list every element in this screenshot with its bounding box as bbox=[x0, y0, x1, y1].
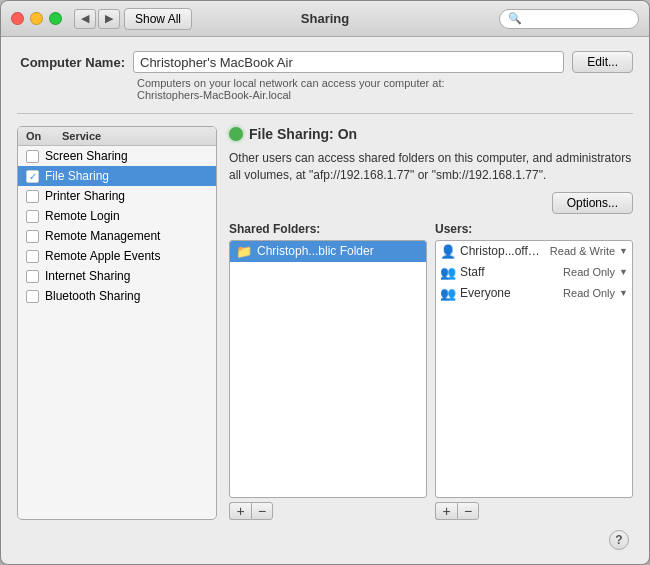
service-name-remote-apple-events: Remote Apple Events bbox=[45, 249, 160, 263]
computer-name-sub: Computers on your local network can acce… bbox=[137, 77, 633, 101]
window-title: Sharing bbox=[301, 11, 349, 26]
forward-button[interactable]: ▶ bbox=[98, 9, 120, 29]
options-button[interactable]: Options... bbox=[552, 192, 633, 214]
folder-name: Christoph...blic Folder bbox=[257, 244, 374, 258]
service-item-file-sharing[interactable]: ✓ File Sharing bbox=[18, 166, 216, 186]
service-name-file-sharing: File Sharing bbox=[45, 169, 109, 183]
checkbox-printer-sharing[interactable] bbox=[26, 190, 39, 203]
folders-list[interactable]: 📁 Christoph...blic Folder bbox=[229, 240, 427, 498]
users-label: Users: bbox=[435, 222, 633, 236]
users-section: Users: 👤 Christop...offman Read & Write … bbox=[435, 222, 633, 520]
services-header: On Service bbox=[18, 127, 216, 146]
add-user-button[interactable]: + bbox=[435, 502, 457, 520]
checkbox-file-sharing[interactable]: ✓ bbox=[26, 170, 39, 183]
service-item-remote-management[interactable]: Remote Management bbox=[18, 226, 216, 246]
detail-status: File Sharing: On bbox=[229, 126, 633, 142]
col-on-label: On bbox=[26, 130, 62, 142]
computer-name-section: Computer Name: Edit... Computers on your… bbox=[17, 51, 633, 101]
edit-button[interactable]: Edit... bbox=[572, 51, 633, 73]
service-item-printer-sharing[interactable]: Printer Sharing bbox=[18, 186, 216, 206]
detail-description: Other users can access shared folders on… bbox=[229, 150, 633, 184]
user-icon-christoph: 👤 bbox=[440, 244, 456, 259]
folders-label: Shared Folders: bbox=[229, 222, 427, 236]
add-folder-button[interactable]: + bbox=[229, 502, 251, 520]
checkbox-remote-login[interactable] bbox=[26, 210, 39, 223]
user-item-staff[interactable]: 👥 Staff Read Only ▼ bbox=[436, 262, 632, 283]
folders-users: Shared Folders: 📁 Christoph...blic Folde… bbox=[229, 222, 633, 520]
help-row: ? bbox=[17, 530, 633, 550]
user-item-everyone[interactable]: 👥 Everyone Read Only ▼ bbox=[436, 283, 632, 304]
main-panel: On Service Screen Sharing ✓ File Sharing… bbox=[17, 126, 633, 520]
user-perm-christoph: Read & Write bbox=[550, 245, 615, 257]
service-name-remote-management: Remote Management bbox=[45, 229, 160, 243]
user-perm-staff: Read Only bbox=[563, 266, 615, 278]
maximize-button[interactable] bbox=[49, 12, 62, 25]
checkbox-screen-sharing[interactable] bbox=[26, 150, 39, 163]
divider bbox=[17, 113, 633, 114]
help-button[interactable]: ? bbox=[609, 530, 629, 550]
detail-panel: File Sharing: On Other users can access … bbox=[229, 126, 633, 520]
service-item-internet-sharing[interactable]: Internet Sharing bbox=[18, 266, 216, 286]
service-name-remote-login: Remote Login bbox=[45, 209, 120, 223]
service-item-remote-login[interactable]: Remote Login bbox=[18, 206, 216, 226]
content-area: Computer Name: Edit... Computers on your… bbox=[1, 37, 649, 564]
checkbox-bluetooth-sharing[interactable] bbox=[26, 290, 39, 303]
users-add-remove-bar: + − bbox=[435, 502, 633, 520]
perm-chevron-staff[interactable]: ▼ bbox=[619, 267, 628, 277]
folders-users-wrapper: Shared Folders: 📁 Christoph...blic Folde… bbox=[229, 222, 633, 520]
user-perm-everyone: Read Only bbox=[563, 287, 615, 299]
service-name-screen-sharing: Screen Sharing bbox=[45, 149, 128, 163]
close-button[interactable] bbox=[11, 12, 24, 25]
show-all-button[interactable]: Show All bbox=[124, 8, 192, 30]
service-item-bluetooth-sharing[interactable]: Bluetooth Sharing bbox=[18, 286, 216, 306]
service-item-screen-sharing[interactable]: Screen Sharing bbox=[18, 146, 216, 166]
user-item-christoph[interactable]: 👤 Christop...offman Read & Write ▼ bbox=[436, 241, 632, 262]
remove-user-button[interactable]: − bbox=[457, 502, 479, 520]
checkbox-remote-management[interactable] bbox=[26, 230, 39, 243]
service-name-bluetooth-sharing: Bluetooth Sharing bbox=[45, 289, 140, 303]
perm-chevron-christoph[interactable]: ▼ bbox=[619, 246, 628, 256]
folders-add-remove-bar: + − bbox=[229, 502, 427, 520]
service-item-remote-apple-events[interactable]: Remote Apple Events bbox=[18, 246, 216, 266]
computer-name-input[interactable] bbox=[133, 51, 564, 73]
remove-folder-button[interactable]: − bbox=[251, 502, 273, 520]
checkbox-remote-apple-events[interactable] bbox=[26, 250, 39, 263]
status-dot bbox=[229, 127, 243, 141]
folders-section: Shared Folders: 📁 Christoph...blic Folde… bbox=[229, 222, 427, 520]
search-box[interactable]: 🔍 bbox=[499, 9, 639, 29]
back-button[interactable]: ◀ bbox=[74, 9, 96, 29]
user-name-everyone: Everyone bbox=[460, 286, 559, 300]
services-items: Screen Sharing ✓ File Sharing Printer Sh… bbox=[18, 146, 216, 519]
user-icon-staff: 👥 bbox=[440, 265, 456, 280]
services-list: On Service Screen Sharing ✓ File Sharing… bbox=[17, 126, 217, 520]
search-icon: 🔍 bbox=[508, 12, 522, 25]
sharing-window: ◀ ▶ Show All Sharing 🔍 Computer Name: Ed… bbox=[0, 0, 650, 565]
perm-chevron-everyone[interactable]: ▼ bbox=[619, 288, 628, 298]
options-row: Options... bbox=[229, 192, 633, 214]
user-name-christoph: Christop...offman bbox=[460, 244, 546, 258]
computer-name-row: Computer Name: Edit... bbox=[17, 51, 633, 73]
minimize-button[interactable] bbox=[30, 12, 43, 25]
folder-icon: 📁 bbox=[236, 244, 252, 259]
computer-name-label: Computer Name: bbox=[20, 55, 125, 70]
checkbox-internet-sharing[interactable] bbox=[26, 270, 39, 283]
user-icon-everyone: 👥 bbox=[440, 286, 456, 301]
status-label: File Sharing: On bbox=[249, 126, 357, 142]
col-service-label: Service bbox=[62, 130, 208, 142]
service-name-internet-sharing: Internet Sharing bbox=[45, 269, 130, 283]
folder-item[interactable]: 📁 Christoph...blic Folder bbox=[230, 241, 426, 262]
titlebar: ◀ ▶ Show All Sharing 🔍 bbox=[1, 1, 649, 37]
traffic-lights bbox=[11, 12, 62, 25]
users-list[interactable]: 👤 Christop...offman Read & Write ▼ 👥 Sta… bbox=[435, 240, 633, 498]
nav-buttons: ◀ ▶ bbox=[74, 9, 120, 29]
service-name-printer-sharing: Printer Sharing bbox=[45, 189, 125, 203]
user-name-staff: Staff bbox=[460, 265, 559, 279]
